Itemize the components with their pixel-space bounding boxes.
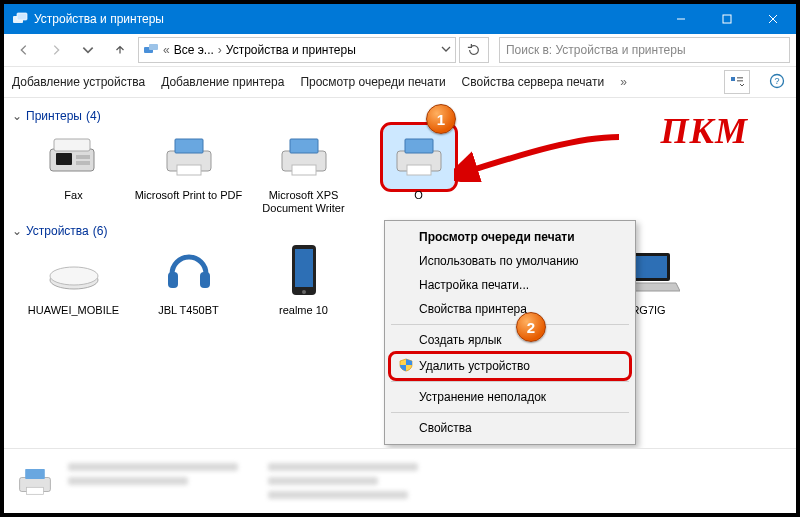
address-bar[interactable]: « Все э... › Устройства и принтеры [138, 37, 456, 63]
svg-rect-1 [17, 13, 27, 20]
item-label: Microsoft Print to PDF [135, 189, 243, 202]
headset-icon [162, 244, 216, 301]
window-controls [658, 4, 796, 34]
svg-rect-30 [200, 272, 210, 288]
context-menu: Просмотр очереди печати Использовать по … [384, 220, 636, 445]
svg-rect-16 [76, 155, 90, 159]
ctx-printer-props[interactable]: Свойства принтера [387, 297, 633, 321]
phone-icon [284, 243, 324, 302]
address-dropdown[interactable] [441, 43, 451, 57]
ctx-troubleshoot[interactable]: Устранение неполадок [387, 385, 633, 409]
device-item-huawei[interactable]: HUAWEI_MOBILE [16, 244, 131, 317]
svg-rect-7 [149, 44, 158, 50]
printer-icon [383, 125, 455, 190]
toolbar-overflow[interactable]: » [620, 75, 627, 89]
history-dropdown[interactable] [74, 36, 102, 64]
search-input[interactable]: Поиск в: Устройства и принтеры [499, 37, 790, 63]
ctx-set-default[interactable]: Использовать по умолчанию [387, 249, 633, 273]
ctx-remove-device[interactable]: Удалить устройство [391, 354, 629, 378]
minimize-button[interactable] [658, 4, 704, 34]
ctx-print-prefs[interactable]: Настройка печати... [387, 273, 633, 297]
group-devices-label: Устройства [26, 224, 89, 238]
device-item-jbl[interactable]: JBL T450BT [131, 244, 246, 317]
details-line-blurred [268, 463, 418, 471]
svg-rect-14 [54, 139, 90, 151]
svg-rect-3 [723, 15, 731, 23]
printer-icon [274, 131, 334, 184]
printer-icon [159, 131, 219, 184]
details-line-blurred [268, 491, 408, 499]
group-printers-label: Принтеры [26, 109, 82, 123]
printer-item-fax[interactable]: Fax [16, 129, 131, 214]
back-button[interactable] [10, 36, 38, 64]
close-button[interactable] [750, 4, 796, 34]
annotation-badge-1: 1 [426, 104, 456, 134]
item-label: Fax [64, 189, 82, 202]
svg-rect-20 [177, 165, 201, 175]
annotation-badge-2: 2 [516, 312, 546, 342]
svg-rect-41 [25, 469, 45, 479]
ctx-separator [391, 324, 629, 325]
group-printers-count: (4) [86, 109, 101, 123]
svg-rect-23 [292, 165, 316, 175]
svg-rect-22 [290, 139, 318, 153]
group-devices-count: (6) [93, 224, 108, 238]
chevron-down-icon: ⌄ [12, 224, 22, 238]
ctx-create-shortcut[interactable]: Создать ярлык [387, 328, 633, 352]
add-device-button[interactable]: Добавление устройства [12, 75, 145, 89]
chevron-down-icon: ⌄ [12, 109, 22, 123]
window-title: Устройства и принтеры [34, 12, 658, 26]
details-line-blurred [68, 477, 188, 485]
svg-rect-25 [405, 139, 433, 153]
add-printer-button[interactable]: Добавление принтера [161, 75, 284, 89]
ctx-remove-label: Удалить устройство [419, 359, 530, 373]
view-options-button[interactable] [724, 70, 750, 94]
forward-button[interactable] [42, 36, 70, 64]
navigation-bar: « Все э... › Устройства и принтеры Поиск… [4, 34, 796, 66]
breadcrumb-separator: « [163, 43, 170, 57]
up-button[interactable] [106, 36, 134, 64]
printer-icon [14, 460, 56, 502]
printer-item-pdf[interactable]: Microsoft Print to PDF [131, 129, 246, 214]
uac-shield-icon [399, 358, 413, 372]
svg-text:?: ? [774, 76, 779, 86]
maximize-button[interactable] [704, 4, 750, 34]
item-label: JBL T450BT [158, 304, 219, 317]
svg-rect-26 [407, 165, 431, 175]
item-label: realme 10 [279, 304, 328, 317]
server-props-button[interactable]: Свойства сервера печати [462, 75, 605, 89]
search-placeholder: Поиск в: Устройства и принтеры [506, 43, 686, 57]
svg-rect-19 [175, 139, 203, 153]
details-pane [4, 448, 796, 513]
ctx-properties[interactable]: Свойства [387, 416, 633, 440]
svg-rect-17 [76, 161, 90, 165]
ctx-view-queue[interactable]: Просмотр очереди печати [387, 225, 633, 249]
printer-item-xps[interactable]: Microsoft XPS Document Writer [246, 129, 361, 214]
refresh-button[interactable] [459, 37, 489, 63]
breadcrumb-all[interactable]: Все э... [174, 43, 214, 57]
svg-rect-8 [731, 77, 735, 81]
devices-printers-icon [12, 11, 28, 27]
ctx-separator [391, 381, 629, 382]
device-item-realme[interactable]: realme 10 [246, 244, 361, 317]
item-label: RG7IG [631, 304, 665, 317]
svg-rect-9 [737, 77, 743, 79]
breadcrumb-current[interactable]: Устройства и принтеры [226, 43, 356, 57]
help-button[interactable]: ? [766, 73, 788, 92]
chevron-right-icon[interactable]: › [218, 43, 222, 57]
svg-rect-10 [737, 80, 743, 82]
svg-point-28 [50, 267, 98, 285]
view-queue-button[interactable]: Просмотр очереди печати [300, 75, 445, 89]
storage-icon [44, 246, 104, 299]
svg-rect-32 [295, 249, 313, 287]
ctx-separator [391, 412, 629, 413]
titlebar: Устройства и принтеры [4, 4, 796, 34]
annotation-arrow [454, 132, 624, 182]
svg-rect-42 [27, 487, 44, 494]
command-bar: Добавление устройства Добавление принтер… [4, 66, 796, 98]
svg-rect-15 [56, 153, 72, 165]
item-label: O [414, 189, 423, 202]
fax-icon [44, 131, 104, 184]
item-label: Microsoft XPS Document Writer [249, 189, 359, 214]
details-info [68, 463, 418, 499]
